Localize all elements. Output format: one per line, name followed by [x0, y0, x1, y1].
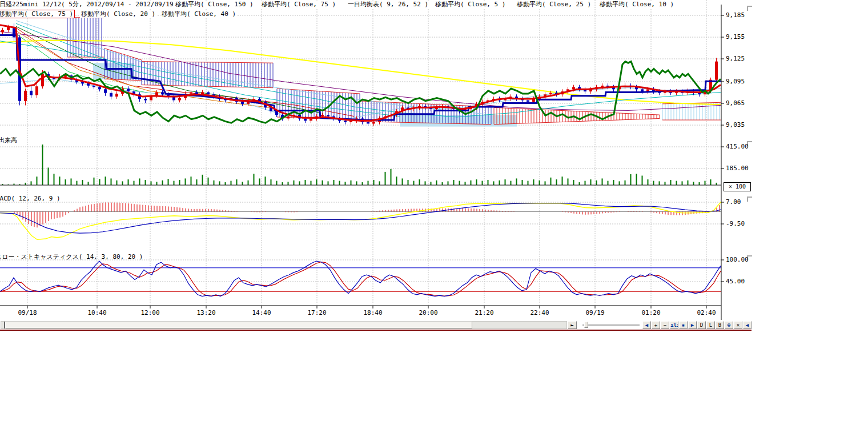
play-button[interactable]: ▶ — [688, 321, 697, 329]
time-axis-label: 13:20 — [194, 309, 219, 316]
time-axis-label: 18:40 — [360, 309, 385, 316]
zoom-slider-track[interactable] — [582, 324, 640, 326]
legend-item-4[interactable]: 移動平均( Close, 5 ) — [434, 1, 507, 8]
volume-axis-label: 185.00 — [726, 165, 749, 172]
macd-axis-label: 7.00 — [726, 199, 741, 206]
bar-mode-button[interactable]: B — [716, 321, 724, 329]
legend-item-5[interactable]: 移動平均( Close, 25 ) — [516, 1, 592, 8]
horizontal-scrollbar[interactable] — [1, 321, 567, 329]
volume-axis-label: 415.00 — [726, 143, 749, 150]
bottom-divider — [0, 330, 752, 331]
price-axis-label: 9,095 — [726, 78, 745, 85]
time-axis-label: 17:20 — [304, 309, 329, 316]
zoom-out-button[interactable]: − — [661, 321, 669, 329]
stochastics-panel-title: スロー・ストキャスティクス( 14, 3, 80, 20 ) — [0, 253, 143, 260]
stochastics-axis-label: 45.00 — [726, 278, 745, 285]
volume-panel-title: 出来高 — [0, 137, 17, 144]
legend-item-2[interactable]: 移動平均( Close, 75 ) — [260, 1, 337, 8]
magnifier-button[interactable]: ⊕ — [725, 321, 733, 329]
day-mode-button[interactable]: D — [697, 321, 706, 329]
price-axis-label: 9,185 — [726, 12, 745, 19]
price-axis-label: 9,065 — [726, 100, 745, 107]
stochastics-axis-label: 100.00 — [726, 256, 749, 263]
zoom-in-button[interactable]: + — [652, 321, 660, 329]
legend-item-r2-1[interactable]: 移動平均( Close, 20 ) — [80, 10, 156, 18]
chart-svg[interactable] — [0, 0, 752, 331]
zoom-slider-handle[interactable] — [584, 322, 588, 328]
clipped-button[interactable]: ◀ — [743, 321, 752, 329]
time-axis-label: 22:40 — [527, 309, 552, 316]
macd-axis-label: -9.50 — [726, 220, 745, 227]
time-axis-label: 10:40 — [85, 309, 110, 316]
scrollbar-thumb[interactable] — [5, 322, 472, 328]
price-axis-label: 9,035 — [726, 122, 745, 129]
volume-display-button[interactable]: ılı — [670, 321, 678, 329]
price-axis-label: 9,155 — [726, 34, 745, 41]
panel-grip-macd[interactable] — [747, 197, 752, 202]
time-axis-label: 14:40 — [249, 309, 274, 316]
legend-item-r2-2[interactable]: 移動平均( Close, 40 ) — [160, 10, 237, 18]
panel-grip-main[interactable] — [747, 6, 752, 11]
legend-item-0[interactable]: 日経225mini 12/12( 5分, 2012/09/14 - 2012/0… — [0, 1, 182, 8]
legend-item-3[interactable]: 一目均衡表( 9, 26, 52 ) — [347, 1, 429, 8]
time-axis-label: 09/18 — [15, 309, 40, 316]
marker-button[interactable]: ▪ — [679, 321, 688, 329]
close-overlay-button[interactable]: ✕ — [734, 321, 742, 329]
chart-window: 出来高 MACD( 12, 26, 9 ) スロー・ストキャスティクス( 14,… — [0, 0, 868, 441]
legend-item-r2-0[interactable]: 移動平均( Close, 75 ) — [0, 10, 74, 18]
legend-item-1[interactable]: 移動平均( Close, 150 ) — [174, 1, 255, 8]
price-axis-label: 9,125 — [726, 55, 745, 62]
line-mode-button[interactable]: L — [706, 321, 715, 329]
macd-panel-title: MACD( 12, 26, 9 ) — [0, 195, 61, 202]
time-axis-label: 01:20 — [638, 309, 664, 316]
scroll-right-button[interactable]: ► — [568, 321, 577, 329]
volume-multiplier-badge: × 100 — [724, 182, 751, 191]
time-axis-label: 02:40 — [694, 309, 719, 316]
legend-item-6[interactable]: 移動平均( Close, 10 ) — [598, 1, 675, 8]
time-axis-label: 20:00 — [416, 309, 441, 316]
go-start-button[interactable]: ◀ — [642, 321, 651, 329]
time-axis-label: 09/19 — [582, 309, 608, 316]
scrollbar-left-nub[interactable] — [4, 322, 5, 328]
time-axis-label: 21:20 — [472, 309, 497, 316]
time-axis-label: 12:00 — [138, 309, 163, 316]
